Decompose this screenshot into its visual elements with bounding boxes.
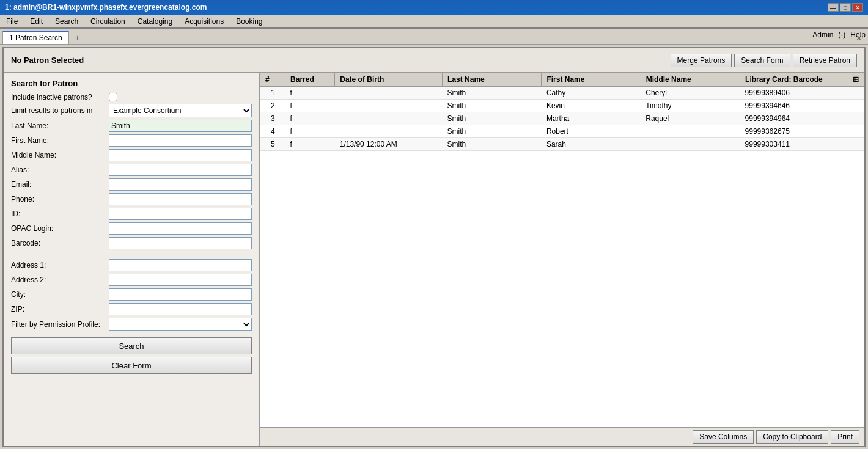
filter-permission-row: Filter by Permission Profile: bbox=[11, 318, 252, 331]
tab-add-button[interactable]: + bbox=[70, 32, 85, 44]
barcode-input[interactable] bbox=[109, 237, 252, 249]
results-table-header: # Barred Date of Birth Last Name First N… bbox=[260, 73, 864, 87]
zip-input[interactable] bbox=[109, 303, 252, 315]
limit-results-select[interactable]: Example Consortium bbox=[109, 104, 252, 117]
first-name-input[interactable] bbox=[109, 134, 252, 147]
filter-permission-select[interactable] bbox=[109, 318, 252, 331]
include-inactive-checkbox[interactable] bbox=[109, 93, 117, 101]
menu-file[interactable]: File bbox=[2, 16, 21, 27]
cell-firstname: Sarah bbox=[542, 138, 641, 151]
bottom-bar: Save Columns Copy to Clipboard Print bbox=[260, 427, 864, 446]
results-table-body: 1fSmithCathyCheryl999993894062fSmithKevi… bbox=[260, 87, 864, 151]
last-name-input[interactable] bbox=[109, 120, 252, 132]
address1-input[interactable] bbox=[109, 259, 252, 271]
cell-num: 1 bbox=[260, 87, 285, 100]
cell-barred: f bbox=[285, 112, 335, 125]
filter-permission-label: Filter by Permission Profile: bbox=[11, 320, 109, 329]
address2-input[interactable] bbox=[109, 274, 252, 286]
col-header-lastname: Last Name bbox=[443, 73, 542, 87]
expand-columns-icon[interactable]: ⊞ bbox=[853, 75, 859, 84]
alias-input[interactable] bbox=[109, 164, 252, 176]
table-row[interactable]: 4fSmithRobert99999362675 bbox=[260, 125, 864, 138]
tab-patron-search[interactable]: 1 Patron Search bbox=[2, 31, 69, 44]
col-header-num: # bbox=[260, 73, 285, 87]
barcode-label: Barcode: bbox=[11, 239, 109, 247]
title-bar: 1: admin@BR1-winxpvmfx.phasefx.evergreen… bbox=[0, 0, 868, 15]
first-name-label: First Name: bbox=[11, 136, 109, 145]
cell-barred: f bbox=[285, 87, 335, 100]
email-label: Email: bbox=[11, 180, 109, 189]
search-panel: Search for Patron Include inactive patro… bbox=[4, 73, 260, 446]
clear-form-button[interactable]: Clear Form bbox=[11, 357, 252, 374]
help-link[interactable]: Help bbox=[850, 31, 866, 39]
cell-num: 2 bbox=[260, 100, 285, 112]
cell-dob bbox=[335, 87, 443, 100]
maximize-button[interactable]: □ bbox=[840, 3, 851, 12]
id-label: ID: bbox=[11, 210, 109, 218]
menu-circulation[interactable]: Circulation bbox=[87, 16, 129, 27]
cell-barcode: 99999362675 bbox=[740, 125, 864, 138]
minimize-button[interactable]: — bbox=[828, 3, 839, 12]
title-bar-text: 1: admin@BR1-winxpvmfx.phasefx.evergreen… bbox=[5, 3, 207, 12]
results-table-container[interactable]: # Barred Date of Birth Last Name First N… bbox=[260, 73, 864, 427]
results-panel: # Barred Date of Birth Last Name First N… bbox=[260, 73, 864, 446]
menu-search[interactable]: Search bbox=[51, 16, 82, 27]
tab-label: 1 Patron Search bbox=[9, 34, 62, 42]
limit-results-label: Limit results to patrons in bbox=[11, 106, 109, 115]
print-button[interactable]: Print bbox=[831, 430, 859, 444]
cell-num: 4 bbox=[260, 125, 285, 138]
cell-barcode: 99999389406 bbox=[740, 87, 864, 100]
cell-barred: f bbox=[285, 138, 335, 151]
col-header-barcode: Library Card: Barcode ⊞ bbox=[740, 73, 864, 87]
no-patron-label: No Patron Selected bbox=[11, 56, 84, 65]
table-row[interactable]: 2fSmithKevinTimothy99999394646 bbox=[260, 100, 864, 112]
opac-login-row: OPAC Login: bbox=[11, 222, 252, 235]
city-input[interactable] bbox=[109, 288, 252, 301]
menu-bar: File Edit Search Circulation Cataloging … bbox=[0, 15, 868, 28]
menu-acquisitions[interactable]: Acquisitions bbox=[181, 16, 227, 27]
id-input[interactable] bbox=[109, 208, 252, 220]
cell-num: 5 bbox=[260, 138, 285, 151]
admin-dash: (-) bbox=[838, 31, 845, 39]
address2-label: Address 2: bbox=[11, 276, 109, 284]
col-header-firstname: First Name bbox=[542, 73, 641, 87]
id-row: ID: bbox=[11, 208, 252, 220]
menu-cataloging[interactable]: Cataloging bbox=[134, 16, 176, 27]
table-row[interactable]: 1fSmithCathyCheryl99999389406 bbox=[260, 87, 864, 100]
middle-name-label: Middle Name: bbox=[11, 151, 109, 159]
cell-firstname: Cathy bbox=[542, 87, 641, 100]
opac-login-input[interactable] bbox=[109, 222, 252, 235]
cell-dob: 1/13/90 12:00 AM bbox=[335, 138, 443, 151]
cell-lastname: Smith bbox=[443, 87, 542, 100]
table-row[interactable]: 5f1/13/90 12:00 AMSmithSarah99999303411 bbox=[260, 138, 864, 151]
cell-dob bbox=[335, 100, 443, 112]
cell-middlename bbox=[641, 125, 740, 138]
search-button[interactable]: Search bbox=[11, 337, 252, 354]
cell-barcode: 99999394646 bbox=[740, 100, 864, 112]
middle-name-input[interactable] bbox=[109, 149, 252, 161]
cell-lastname: Smith bbox=[443, 112, 542, 125]
phone-label: Phone: bbox=[11, 195, 109, 203]
city-label: City: bbox=[11, 290, 109, 299]
merge-patrons-button[interactable]: Merge Patrons bbox=[671, 54, 732, 67]
cell-middlename bbox=[641, 138, 740, 151]
menu-edit[interactable]: Edit bbox=[26, 16, 46, 27]
table-row[interactable]: 3fSmithMarthaRaquel99999394964 bbox=[260, 112, 864, 125]
limit-results-row: Limit results to patrons in Example Cons… bbox=[11, 104, 252, 117]
col-header-dob: Date of Birth bbox=[335, 73, 443, 87]
email-input[interactable] bbox=[109, 178, 252, 191]
cell-firstname: Martha bbox=[542, 112, 641, 125]
copy-clipboard-button[interactable]: Copy to Clipboard bbox=[756, 430, 828, 444]
phone-input[interactable] bbox=[109, 193, 252, 205]
search-form-button[interactable]: Search Form bbox=[734, 54, 790, 67]
menu-booking[interactable]: Booking bbox=[232, 16, 266, 27]
barcode-row: Barcode: bbox=[11, 237, 252, 249]
cell-num: 3 bbox=[260, 112, 285, 125]
admin-link[interactable]: Admin bbox=[812, 31, 833, 39]
close-button[interactable]: ✕ bbox=[852, 3, 863, 12]
col-header-middlename: Middle Name bbox=[641, 73, 740, 87]
save-columns-button[interactable]: Save Columns bbox=[693, 430, 754, 444]
retrieve-patron-button[interactable]: Retrieve Patron bbox=[793, 54, 857, 67]
cell-dob bbox=[335, 125, 443, 138]
first-name-row: First Name: bbox=[11, 134, 252, 147]
